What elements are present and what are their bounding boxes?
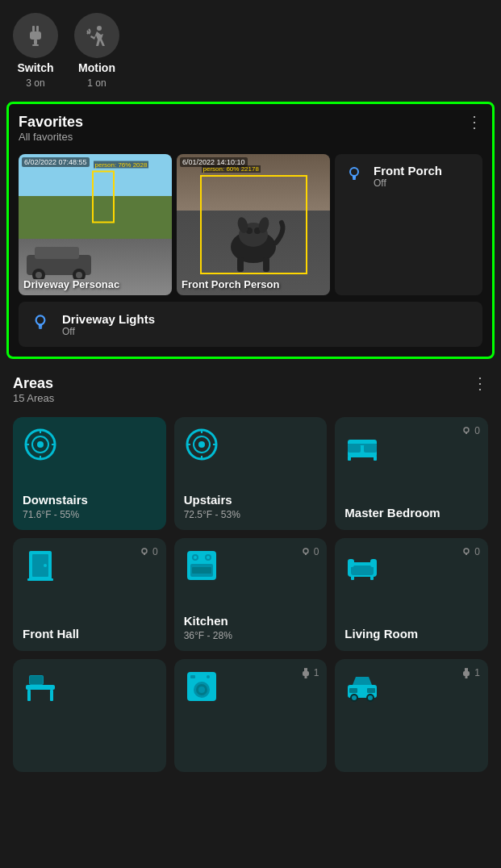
area9-icon-wrap (344, 669, 478, 707)
bulb-icon-fav (344, 164, 364, 183)
svg-point-5 (97, 26, 102, 31)
detection-label-driveway: person: 76% 2028 (94, 161, 149, 168)
svg-rect-72 (466, 668, 468, 671)
svg-point-70 (207, 675, 210, 678)
svg-rect-21 (353, 178, 356, 180)
areas-grid: Downstairs 71.6°F - 55% Upstairs 72.5 (13, 417, 488, 772)
kitchen-name: Kitchen (184, 614, 318, 628)
front-porch-light-card[interactable]: Front Porch Off (335, 154, 482, 295)
svg-rect-61 (304, 668, 306, 671)
washer-icon (184, 669, 219, 704)
switch-device[interactable]: Switch 3 on (13, 13, 58, 89)
switch-sublabel: 3 on (26, 77, 44, 89)
frontporch-camera-card[interactable]: person: 60% 22178 6/01/2022 14:10:10 Fro… (177, 154, 330, 295)
upstairs-temp: 72.5°F - 53% (184, 509, 318, 520)
areas-menu-button[interactable]: ⋮ (472, 375, 488, 391)
living-room-light-count: 0 (461, 546, 480, 557)
svg-point-26 (37, 441, 44, 448)
upstairs-name: Upstairs (184, 493, 318, 507)
cam-driveway-timestamp: 6/02/2022 07:48:55 (22, 157, 90, 167)
area-card-master-bedroom[interactable]: 0 Master Bedroom (335, 417, 488, 530)
area-card-downstairs[interactable]: Downstairs 71.6°F - 55% (13, 417, 166, 530)
area-card-8[interactable]: 1 (174, 659, 328, 772)
kitchen-icon-wrap (184, 548, 318, 586)
master-bedroom-icon-wrap (344, 427, 478, 465)
motion-label: Motion (78, 61, 115, 74)
svg-rect-4 (32, 44, 39, 46)
svg-point-20 (350, 168, 358, 176)
svg-point-39 (44, 564, 47, 567)
svg-rect-69 (190, 675, 195, 678)
svg-rect-56 (26, 685, 55, 690)
kitchen-light-count: 0 (300, 546, 319, 557)
svg-point-30 (464, 428, 469, 432)
areas-title-group: Areas 15 Areas (13, 375, 54, 414)
svg-point-46 (194, 556, 197, 559)
svg-rect-40 (27, 578, 53, 581)
master-bedroom-light-count: 0 (461, 425, 480, 436)
svg-rect-7 (35, 247, 79, 259)
svg-rect-48 (192, 567, 211, 574)
svg-rect-23 (39, 328, 42, 329)
upstairs-icon-wrap (184, 427, 318, 465)
svg-rect-1 (36, 26, 39, 31)
motion-device[interactable]: Motion 1 on (74, 13, 119, 89)
areas-header: Areas 15 Areas ⋮ (13, 375, 488, 414)
cam-frontporch-timestamp: 6/01/2022 14:10:10 (180, 157, 248, 167)
area-card-upstairs[interactable]: Upstairs 72.5°F - 53% (174, 417, 328, 530)
svg-point-36 (142, 549, 147, 553)
area-card-front-hall[interactable]: 0 Front Hall (13, 538, 166, 651)
favorites-title-group: Favorites All favorites (19, 114, 83, 151)
svg-rect-19 (263, 257, 269, 272)
area7-icon-wrap (23, 669, 157, 707)
driveway-lights-status: Off (62, 326, 155, 337)
cam-driveway-label: Driveway Personac (23, 278, 119, 290)
stove-icon (184, 548, 219, 583)
driveway-lights-card[interactable]: Driveway Lights Off (19, 302, 482, 347)
svg-point-29 (198, 441, 205, 448)
svg-rect-0 (32, 26, 35, 31)
svg-rect-18 (237, 257, 244, 272)
desk-icon (23, 669, 58, 704)
area8-count-val: 1 (314, 667, 319, 678)
bulb-icon-driveway (30, 311, 51, 332)
favorites-title: Favorites (19, 114, 83, 131)
svg-rect-71 (465, 668, 466, 671)
upstairs-info: Upstairs 72.5°F - 53% (184, 493, 318, 520)
svg-rect-53 (370, 559, 377, 567)
area-card-living-room[interactable]: 0 Living Room (335, 538, 488, 651)
driveway-lights-name: Driveway Lights (62, 312, 155, 326)
area-card-7[interactable] (13, 659, 166, 772)
svg-rect-52 (348, 559, 354, 567)
driveway-camera-card[interactable]: person: 76% 2028 6/02/2022 07:48:55 Driv… (19, 154, 172, 295)
living-room-name: Living Room (344, 627, 478, 641)
front-porch-light-row: Front Porch Off (344, 164, 473, 189)
svg-rect-51 (351, 565, 374, 575)
svg-rect-63 (303, 671, 309, 676)
svg-rect-34 (348, 456, 351, 461)
area-card-kitchen[interactable]: 0 Kitchen 36°F - 28% (174, 538, 328, 651)
master-bedroom-name: Master Bedroom (344, 506, 478, 520)
front-porch-light-status: Off (374, 177, 442, 189)
svg-rect-55 (370, 576, 374, 580)
svg-rect-58 (50, 690, 53, 701)
switch-label: Switch (17, 61, 53, 74)
areas-subtitle: 15 Areas (13, 392, 54, 404)
areas-section: Areas 15 Areas ⋮ Downstairs 71.6°F (0, 365, 501, 782)
kitchen-temp: 36°F - 28% (184, 630, 318, 641)
svg-rect-57 (27, 690, 31, 701)
favorites-menu-button[interactable]: ⋮ (466, 114, 482, 130)
light-count-icon-kitchen (300, 546, 311, 557)
driveway-lights-icon (30, 311, 51, 337)
area-card-9[interactable]: 1 (335, 659, 488, 772)
plug-count-icon-9 (461, 667, 472, 678)
front-porch-light-info: Front Porch Off (374, 164, 442, 189)
favorites-subtitle: All favorites (19, 131, 83, 143)
svg-point-22 (36, 315, 45, 324)
svg-rect-60 (30, 676, 43, 684)
light-count-icon-hall (139, 546, 150, 557)
svg-point-41 (303, 549, 308, 553)
car-icon (344, 669, 380, 704)
favorites-header: Favorites All favorites ⋮ (19, 114, 482, 151)
svg-point-79 (368, 695, 373, 700)
